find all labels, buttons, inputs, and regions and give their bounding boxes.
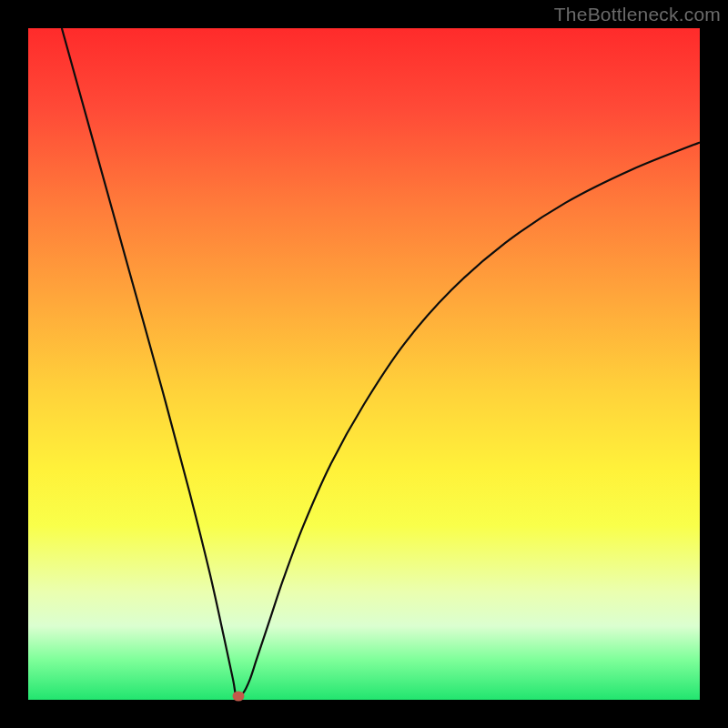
watermark-text: TheBottleneck.com	[554, 4, 721, 25]
bottleneck-curve	[28, 28, 700, 700]
chart-frame: TheBottleneck.com	[0, 0, 728, 728]
plot-area	[28, 28, 700, 700]
optimal-point-marker	[232, 691, 244, 701]
